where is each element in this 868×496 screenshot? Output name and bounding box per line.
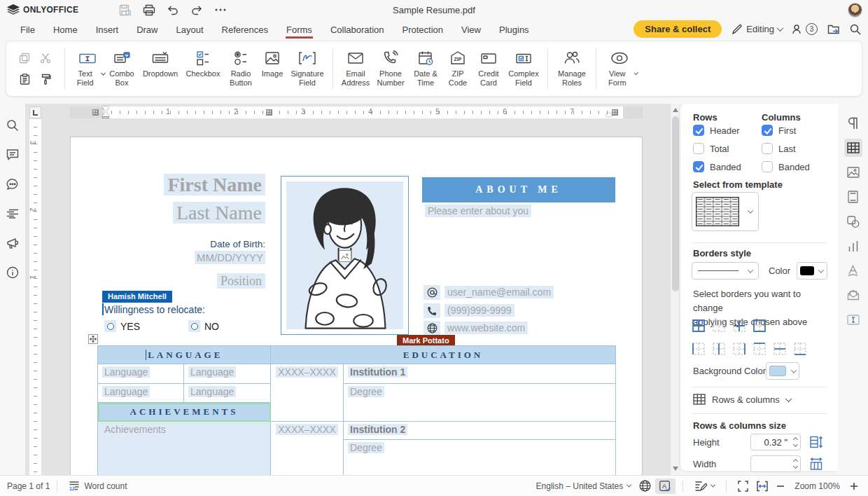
image-button[interactable]: Image	[258, 46, 287, 91]
tab-file[interactable]: File	[11, 20, 44, 40]
first-name-field[interactable]: First Name	[99, 172, 265, 198]
word-count-button[interactable]: 12 Word count	[64, 478, 131, 493]
email-field[interactable]: user_name@email.com	[444, 286, 554, 298]
view-form-button[interactable]: View Form	[601, 46, 638, 91]
border-none-button[interactable]	[710, 317, 727, 334]
institution-cell[interactable]: Institution 2	[344, 422, 616, 440]
tab-insert[interactable]: Insert	[87, 20, 128, 40]
zoom-out-button[interactable]	[772, 480, 789, 492]
vertical-ruler[interactable]: 3 2 1	[29, 119, 41, 475]
left-indent-marker[interactable]	[102, 116, 109, 118]
institution-cell[interactable]: Institution 1	[344, 364, 616, 384]
copy-button[interactable]	[15, 48, 34, 68]
tab-plugins[interactable]: Plugins	[490, 20, 538, 40]
mail-merge-button[interactable]	[844, 286, 862, 304]
tab-stop-selector[interactable]	[29, 106, 41, 118]
education-header-cell[interactable]: EDUCATION	[271, 346, 616, 364]
scroll-down-arrow[interactable]	[673, 467, 678, 471]
chart-settings-button[interactable]	[844, 237, 862, 255]
chat-panel-button[interactable]	[4, 175, 22, 193]
border-outer-button[interactable]	[751, 317, 768, 334]
more-actions-icon[interactable]	[210, 2, 231, 18]
degree-cell[interactable]: Degree	[344, 440, 616, 475]
achievements-cell[interactable]: Achievements	[98, 422, 271, 475]
checkbox-total-row[interactable]: Total	[693, 143, 729, 154]
redo-icon[interactable]	[186, 2, 207, 18]
paste-button[interactable]	[15, 69, 34, 89]
border-bottom-button[interactable]	[792, 340, 808, 357]
fit-page-button[interactable]	[734, 478, 752, 494]
email-address-button[interactable]: Email Address	[338, 46, 373, 91]
language-cell[interactable]: Language	[98, 384, 184, 403]
fit-width-button[interactable]	[752, 478, 772, 494]
table-settings-button[interactable]	[844, 139, 862, 157]
photo-image-field[interactable]	[281, 176, 409, 335]
active-users-button[interactable]: 3	[792, 23, 818, 35]
checkbox-banded-rows[interactable]: Banded	[693, 161, 741, 172]
spell-check-toggle[interactable]: A	[655, 478, 676, 494]
page-count[interactable]: Page 1 of 1	[0, 481, 50, 491]
tab-collaboration[interactable]: Collaboration	[321, 20, 393, 40]
language-cell[interactable]: Language	[98, 364, 184, 384]
border-all-button[interactable]	[690, 317, 707, 334]
rows-columns-menu[interactable]: Rows & columns	[693, 394, 791, 405]
border-right-button[interactable]	[731, 340, 748, 357]
row-height-spinner[interactable]: 0.32 "	[750, 434, 801, 450]
paragraph-settings-button[interactable]	[844, 114, 862, 132]
border-left-button[interactable]	[690, 340, 707, 357]
set-language-button[interactable]	[635, 478, 655, 494]
share-collect-button[interactable]: Share & collect	[634, 20, 722, 38]
table-column-marker[interactable]	[266, 109, 272, 116]
radio-yes[interactable]: YES	[104, 320, 140, 332]
comments-panel-button[interactable]	[4, 146, 22, 164]
border-center-vertical-button[interactable]	[710, 340, 727, 357]
search-button[interactable]	[850, 24, 861, 35]
search-panel-button[interactable]	[4, 116, 22, 135]
zip-code-button[interactable]: ZIP ZIP Code	[443, 46, 472, 91]
zoom-level[interactable]: Zoom 100%	[789, 481, 846, 491]
phone-field[interactable]: (999)999-9999	[444, 304, 514, 317]
save-icon[interactable]	[115, 2, 136, 18]
border-top-button[interactable]	[751, 340, 768, 357]
tab-protection[interactable]: Protection	[393, 20, 452, 40]
radio-button-button[interactable]: Radio Button	[224, 46, 258, 91]
achievements-header-cell[interactable]: ACHIEVEMENTS	[98, 403, 271, 422]
horizontal-ruler[interactable]: 1 2 3 4 5 6 7	[70, 106, 643, 118]
format-painter-button[interactable]	[36, 69, 55, 89]
track-changes-button[interactable]	[690, 478, 719, 493]
dob-field[interactable]: MM/DD/YYYY	[99, 252, 265, 264]
feedback-button[interactable]	[4, 234, 22, 252]
signature-field-button[interactable]: Signature Field	[287, 46, 328, 91]
resume-table[interactable]: LANGUAGE EDUCATION Language Language XXX…	[97, 345, 616, 475]
degree-cell[interactable]: Degree	[344, 384, 616, 422]
border-color-selector[interactable]	[797, 262, 827, 280]
checkbox-button[interactable]: Checkbox	[182, 46, 224, 91]
combo-box-button[interactable]: Combo Box	[105, 46, 139, 91]
phone-number-button[interactable]: Phone Number	[373, 46, 408, 91]
first-line-indent-marker[interactable]	[102, 106, 109, 111]
navigation-panel-button[interactable]	[4, 205, 22, 223]
shape-settings-button[interactable]	[844, 212, 862, 230]
right-indent-marker[interactable]	[606, 112, 612, 116]
undo-icon[interactable]	[162, 2, 183, 18]
editing-mode-selector[interactable]: Editing	[732, 24, 783, 35]
about-button[interactable]	[4, 263, 22, 282]
text-art-settings-button[interactable]	[844, 261, 862, 280]
vertical-scrollbar[interactable]	[671, 104, 680, 475]
image-settings-button[interactable]	[844, 163, 862, 181]
tab-layout[interactable]: Layout	[167, 20, 213, 40]
border-inner-button[interactable]	[731, 317, 748, 334]
border-center-horizontal-button[interactable]	[771, 340, 788, 357]
language-header-cell[interactable]: LANGUAGE	[98, 346, 271, 364]
tab-references[interactable]: References	[213, 20, 277, 40]
checkbox-last-column[interactable]: Last	[762, 143, 796, 154]
table-move-handle[interactable]	[88, 334, 98, 344]
credit-card-button[interactable]: Credit Card	[472, 46, 505, 91]
website-field[interactable]: www.website.com	[444, 322, 528, 334]
complex-field-button[interactable]: Complex Field	[505, 46, 542, 91]
zoom-in-button[interactable]	[846, 480, 862, 492]
background-color-selector[interactable]	[766, 362, 799, 380]
period-cell[interactable]: XXXX–XXXX	[271, 422, 344, 475]
column-width-spinner[interactable]	[750, 455, 801, 472]
scroll-up-arrow[interactable]	[673, 108, 678, 112]
